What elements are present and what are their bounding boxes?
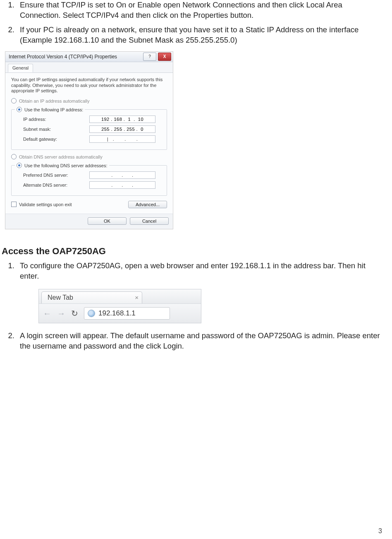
tab-general[interactable]: General (8, 64, 33, 72)
back-icon[interactable]: ← (43, 308, 51, 319)
access-step-2: A login screen will appear. The default … (17, 331, 384, 351)
access-step-1-text: To configure the OAP7250AG, open a web b… (20, 261, 366, 280)
dialog-titlebar: Internet Protocol Version 4 (TCP/IPv4) P… (5, 52, 173, 62)
label-default-gateway: Default gateway: (23, 137, 85, 142)
address-text: 192.168.1.1 (98, 309, 136, 318)
ok-button[interactable]: OK (88, 217, 127, 225)
tab-close-icon[interactable]: × (135, 294, 139, 302)
radio-icon (11, 98, 17, 103)
advanced-button[interactable]: Advanced... (128, 201, 167, 208)
checkbox-validate-on-exit[interactable]: Validate settings upon exit (11, 202, 72, 207)
radio-label: Obtain DNS server address automatically (19, 154, 103, 159)
access-steps-list: To configure the OAP7250AG, open a web b… (8, 261, 384, 351)
browser-address-figure: New Tab × ← → ↻ 192.168.1.1 (38, 289, 201, 323)
radio-icon-selected (17, 163, 22, 168)
radio-label: Use the following DNS server addresses: (24, 163, 108, 168)
dialog-title: Internet Protocol Version 4 (TCP/IPv4) P… (9, 54, 117, 60)
radio-icon (11, 154, 17, 159)
browser-tab-new[interactable]: New Tab × (41, 291, 142, 303)
reload-icon[interactable]: ↻ (71, 308, 78, 319)
globe-icon (88, 310, 95, 317)
input-alternate-dns[interactable] (89, 181, 155, 189)
close-button[interactable]: X (158, 53, 171, 61)
forward-icon[interactable]: → (57, 308, 65, 319)
dialog-tabstrip: General (5, 62, 173, 73)
label-preferred-dns: Preferred DNS server: (23, 173, 85, 178)
label-ip-address: IP address: (23, 117, 85, 122)
access-step-1: To configure the OAP7250AG, open a web b… (17, 261, 384, 323)
step-2: If your PC is already on a network, ensu… (17, 25, 384, 46)
label-subnet-mask: Subnet mask: (23, 127, 85, 132)
use-ip-group: Use the following IP address: IP address… (11, 107, 167, 150)
checkbox-icon (11, 202, 17, 207)
browser-tabbar: New Tab × (39, 289, 201, 303)
radio-icon-selected (17, 107, 22, 112)
heading-access-device: Access the OAP7250AG (0, 246, 392, 257)
radio-obtain-ip[interactable]: Obtain an IP address automatically (11, 98, 167, 103)
radio-obtain-dns[interactable]: Obtain DNS server address automatically (11, 154, 167, 159)
radio-label: Use the following IP address: (24, 107, 83, 112)
radio-label: Obtain an IP address automatically (19, 99, 89, 103)
radio-use-dns[interactable]: Use the following DNS server addresses: (17, 163, 108, 168)
browser-toolbar: ← → ↻ 192.168.1.1 (39, 303, 201, 323)
tcpip-steps-list: Ensure that TCP/IP is set to On or Enabl… (8, 0, 384, 46)
help-button[interactable]: ? (143, 53, 156, 61)
input-preferred-dns[interactable] (89, 171, 155, 179)
input-ip-address[interactable] (89, 116, 155, 123)
step-1: Ensure that TCP/IP is set to On or Enabl… (17, 0, 384, 21)
input-subnet-mask[interactable] (89, 125, 155, 133)
tab-label: New Tab (48, 293, 73, 302)
page-number: 3 (378, 527, 382, 535)
label-alternate-dns: Alternate DNS server: (23, 183, 85, 188)
checkbox-label: Validate settings upon exit (19, 202, 72, 207)
dialog-description: You can get IP settings assigned automat… (11, 77, 167, 94)
ipv4-properties-dialog: Internet Protocol Version 4 (TCP/IPv4) P… (5, 51, 173, 229)
radio-use-ip[interactable]: Use the following IP address: (17, 107, 83, 112)
use-dns-group: Use the following DNS server addresses: … (11, 163, 167, 196)
input-default-gateway[interactable] (89, 135, 155, 143)
address-bar[interactable]: 192.168.1.1 (84, 307, 170, 320)
cancel-button[interactable]: Cancel (130, 217, 169, 225)
